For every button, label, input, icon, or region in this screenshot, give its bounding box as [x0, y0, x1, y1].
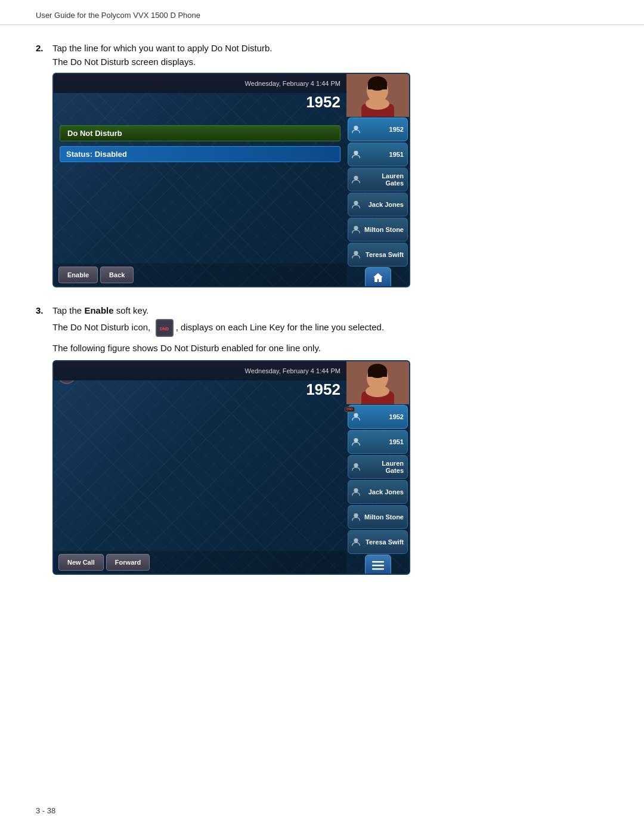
phone-main-2: Wednesday, February 4 1:44 PM 1952 New C… — [54, 361, 346, 574]
line-label-1952-s2: 1952 — [363, 413, 404, 420]
step-2-line: 2. Tap the line for which you want to ap… — [36, 43, 608, 53]
line-button-1951-s1[interactable]: 1951 — [348, 143, 408, 166]
line-label-lauren-s2: Lauren Gates — [363, 460, 404, 474]
screen-datetime-1: Wednesday, February 4 1:44 PM — [245, 80, 340, 88]
step-3-instruction: Tap the Enable soft key. — [52, 305, 148, 315]
svg-point-22 — [354, 463, 358, 467]
svg-rect-6 — [368, 83, 387, 89]
svg-rect-19 — [368, 371, 387, 377]
svg-rect-27 — [372, 565, 384, 566]
line-button-1952-s1[interactable]: 1952 — [348, 117, 408, 141]
home-btn-area-s2 — [346, 555, 409, 575]
step-2-sub: The Do Not Disturb screen displays. — [52, 57, 608, 67]
page-header: User Guide for the Polycom VVX 1500 D Ph… — [0, 0, 644, 25]
svg-point-24 — [354, 513, 358, 518]
line-label-teresa-s1: Teresa Swift — [363, 251, 404, 258]
svg-point-7 — [354, 126, 358, 130]
menu-button-s2[interactable] — [365, 555, 391, 575]
line-button-milton-s2[interactable]: Milton Stone — [348, 505, 408, 529]
phone-sidebar-1: 1952 1951 Lauren Gates — [346, 74, 409, 286]
dnd-label-text: Do Not Disturb — [60, 125, 340, 141]
dnd-label-bar: Do Not Disturb — [60, 116, 340, 141]
page-number: 3 - 38 — [36, 806, 55, 815]
person-icon-1951-s2 — [351, 436, 361, 447]
svg-point-10 — [354, 201, 358, 205]
person-icon-lauren-s1 — [351, 174, 361, 185]
person-icon-jack-s2 — [351, 487, 361, 497]
phone-sidebar-2: 1952 DND 1951 Lauren Gate — [346, 361, 409, 574]
page-content: 2. Tap the line for which you want to ap… — [0, 25, 644, 611]
dnd-status-bar: Status: Disabled — [60, 146, 340, 162]
page-footer: 3 - 38 — [36, 806, 55, 815]
step-3-block: 3. Tap the Enable soft key. The Do Not D… — [36, 305, 608, 575]
line-label-teresa-s2: Teresa Swift — [363, 538, 404, 546]
following-figure-text: The following figure shows Do Not Distur… — [52, 343, 608, 353]
enable-bold: Enable — [84, 305, 113, 315]
enable-soft-key[interactable]: Enable — [58, 267, 98, 283]
inline-dnd-icon: DND — [156, 319, 174, 337]
new-call-soft-key[interactable]: New Call — [58, 554, 104, 571]
person-icon-jack-s1 — [351, 199, 361, 210]
forward-soft-key[interactable]: Forward — [106, 554, 150, 571]
svg-point-25 — [354, 538, 358, 543]
line-button-teresa-s1[interactable]: Teresa Swift — [348, 243, 408, 267]
step-2-block: 2. Tap the line for which you want to ap… — [36, 43, 608, 287]
svg-point-11 — [354, 226, 358, 230]
phone-screen-2: DND — [52, 360, 410, 575]
line-button-lauren-s2[interactable]: Lauren Gates — [348, 455, 408, 479]
line-button-milton-s1[interactable]: Milton Stone — [348, 218, 408, 241]
svg-point-4 — [366, 98, 389, 110]
line-label-lauren-s1: Lauren Gates — [363, 172, 404, 187]
avatar-image-1 — [346, 74, 409, 117]
svg-point-23 — [354, 488, 358, 493]
home-button-s1[interactable] — [365, 267, 391, 287]
line-button-1951-s2[interactable]: 1951 — [348, 430, 408, 454]
person-icon-1951-s1 — [351, 149, 361, 160]
step-3-line: 3. Tap the Enable soft key. — [36, 305, 608, 315]
avatar-area-1 — [346, 74, 409, 117]
person-icon-teresa-s2 — [351, 537, 361, 547]
line-label-jack-s2: Jack Jones — [363, 488, 404, 496]
person-icon-1952-s2 — [351, 411, 361, 422]
svg-rect-26 — [372, 561, 384, 563]
menu-icon-s2 — [371, 560, 385, 571]
phone-main-1: Wednesday, February 4 1:44 PM 1952 Do No… — [54, 74, 346, 286]
person-icon-milton-s1 — [351, 224, 361, 235]
line-button-1952-s2[interactable]: 1952 DND — [348, 405, 408, 429]
soft-keys-s1: Enable Back — [54, 264, 346, 286]
line-label-1951-s2: 1951 — [363, 438, 404, 445]
person-icon-milton-s2 — [351, 512, 361, 522]
screen-header-1: Wednesday, February 4 1:44 PM — [54, 74, 346, 93]
phone-screen-1: 1952 1951 Lauren Gates — [52, 73, 410, 287]
svg-point-9 — [354, 176, 358, 180]
line-label-milton-s1: Milton Stone — [363, 226, 404, 233]
line-label-milton-s2: Milton Stone — [363, 513, 404, 521]
person-icon-1952-s1 — [351, 124, 361, 135]
line-button-teresa-s2[interactable]: Teresa Swift — [348, 530, 408, 554]
soft-keys-s2: New Call Forward — [54, 551, 346, 574]
svg-rect-28 — [372, 568, 384, 570]
step-3-number: 3. — [36, 305, 48, 315]
screen-datetime-2: Wednesday, February 4 1:44 PM — [245, 367, 340, 375]
line-button-lauren-s1[interactable]: Lauren Gates — [348, 168, 408, 191]
dnd-icon-description: The Do Not Disturb icon, DND , displays … — [52, 319, 608, 337]
line-button-jack-s2[interactable]: Jack Jones — [348, 480, 408, 504]
step-2-instruction: Tap the line for which you want to apply… — [52, 43, 273, 53]
screen-ext-1: 1952 — [54, 94, 346, 110]
screen-ext-2: 1952 — [54, 382, 346, 397]
back-soft-key[interactable]: Back — [100, 267, 134, 283]
screen-header-2: Wednesday, February 4 1:44 PM — [54, 361, 346, 380]
home-btn-area-s1 — [346, 267, 409, 287]
line-button-jack-s1[interactable]: Jack Jones — [348, 193, 408, 216]
avatar-area-2 — [346, 361, 409, 404]
person-icon-teresa-s1 — [351, 249, 361, 260]
svg-point-17 — [366, 385, 389, 397]
svg-point-20 — [354, 413, 358, 417]
header-title: User Guide for the Polycom VVX 1500 D Ph… — [36, 11, 200, 20]
home-icon-s1 — [371, 271, 385, 284]
avatar-image-2 — [346, 361, 409, 404]
line-label-jack-s1: Jack Jones — [363, 201, 404, 208]
svg-point-21 — [354, 438, 358, 442]
line-label-1952-s1: 1952 — [363, 126, 404, 133]
step-2-number: 2. — [36, 43, 48, 53]
